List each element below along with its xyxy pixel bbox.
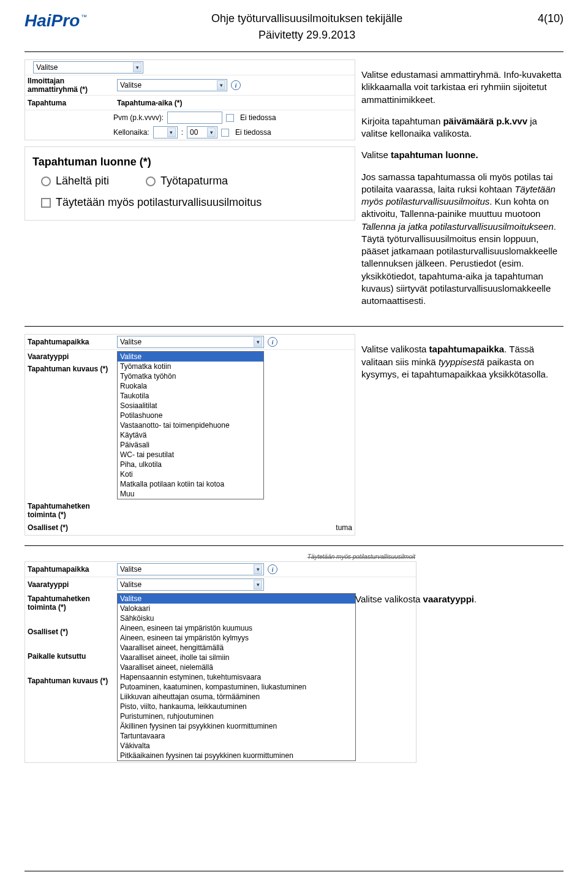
info-icon[interactable]: i	[268, 337, 277, 347]
dropdown-option[interactable]: Potilashuone	[118, 411, 263, 420]
dropdown-option[interactable]: WC- tai pesutilat	[118, 450, 263, 460]
dropdown-option[interactable]: Työmatka työhön	[118, 371, 263, 381]
instruction-p1: Valitse edustamasi ammattiryhmä. Info-ku…	[361, 69, 564, 106]
page-number: 4(10)	[527, 12, 564, 25]
chevron-down-icon: ▾	[167, 127, 176, 137]
label-tapahtuma-aika: Tapahtuma-aika (*)	[117, 99, 182, 107]
label-pvm: Pvm (p.k.vvvv):	[113, 113, 164, 122]
separator	[24, 326, 564, 327]
label-vaara: Vaaratyyppi	[28, 352, 113, 361]
dropdown-option[interactable]: Ruokala	[118, 381, 263, 391]
dropdown-option[interactable]: Putoaminen, kaatuminen, kompastuminen, l…	[118, 682, 355, 692]
panel-luonne: Tapahtuman luonne (*) Läheltä piti Työta…	[24, 146, 355, 221]
dropdown-option[interactable]: Sosiaalitilat	[118, 401, 263, 411]
select-minute[interactable]: 00▾	[187, 126, 217, 138]
label-kellonaika: Kellonaika:	[113, 128, 149, 137]
separator	[24, 545, 564, 546]
instruction-block-1: Valitse edustamasi ammattiryhmä. Info-ku…	[361, 59, 564, 316]
instruction-p3: Valitse tapahtuman luonne.	[361, 149, 564, 161]
logo-text: HaiPro	[24, 12, 80, 29]
instruction-p4: Jos samassa tapahtumassa oli myös potila…	[361, 171, 564, 308]
radio-tyotapaturma[interactable]: Työtapaturma	[146, 175, 228, 188]
radio-lahelta[interactable]: Läheltä piti	[41, 175, 109, 188]
info-icon[interactable]: i	[231, 80, 241, 90]
label-hetki: Tapahtumahetken toiminta (*)	[28, 502, 113, 519]
dropdown-option[interactable]: Väkivalta	[118, 741, 355, 751]
label-osalliset: Osalliset (*)	[28, 523, 113, 532]
dropdown-option[interactable]: Valokaari	[118, 604, 355, 613]
logo-tm: ™	[81, 13, 87, 20]
page-header: HaiPro ™ Ohje työturvallisuusilmoituksen…	[24, 12, 564, 42]
select-paikka3[interactable]: Valitse▾	[117, 563, 264, 575]
select-vaara3[interactable]: Valitse▾	[117, 578, 264, 591]
label-tapahtuma: Tapahtuma	[28, 99, 113, 107]
checkbox-eitiedossa-aika[interactable]	[221, 129, 229, 137]
form-tapahtumapaikka: Tapahtumapaikka Valitse▾ i Vaaratyyppi T…	[24, 334, 355, 536]
label-kuvaus: Tapahtuman kuvaus (*)	[28, 365, 113, 373]
chevron-down-icon: ▾	[254, 564, 262, 574]
dropdown-option[interactable]: Vaaralliset aineet, hengittämällä	[118, 643, 355, 653]
dropdown-option[interactable]: Muu	[118, 489, 263, 499]
dropdown-option[interactable]: Valitse	[118, 352, 263, 362]
label-vaara3: Vaaratyyppi	[28, 580, 113, 589]
dropdown-option[interactable]: Vaaralliset aineet, iholle tai silmiin	[118, 653, 355, 662]
chevron-down-icon: ▾	[207, 127, 216, 137]
select-valitse-top[interactable]: Valitse▾	[33, 61, 143, 74]
dropdown-option[interactable]: Vastaanotto- tai toimenpidehuone	[118, 420, 263, 430]
chevron-down-icon: ▾	[133, 63, 141, 72]
form-vaaratyyppi: Tapahtumapaikka Valitse▾ i Vaaratyyppi V…	[24, 561, 417, 763]
dropdown-option[interactable]: Matkalla potilaan kotiin tai kotoa	[118, 479, 263, 489]
dropdown-option[interactable]: Päiväsali	[118, 440, 263, 450]
dropdown-option[interactable]: Koti	[118, 469, 263, 479]
dropdown-option[interactable]: Käytävä	[118, 430, 263, 440]
dropdown-option[interactable]: Äkillinen fyysinen tai psyykkinen kuormi…	[118, 721, 355, 731]
select-paikka[interactable]: Valitse▾	[117, 336, 264, 348]
doc-title: Ohje työturvallisuusilmoituksen tekijäll…	[87, 12, 527, 25]
chevron-down-icon: ▾	[254, 337, 262, 347]
label-osalliset3: Osalliset (*)	[28, 627, 113, 636]
label-hetki3: Tapahtumahetken toiminta (*)	[28, 594, 113, 612]
dropdown-option[interactable]: Pisto, viilto, hankauma, leikkautuminen	[118, 702, 355, 711]
dropdown-option[interactable]: Puristuminen, ruhjoutuminen	[118, 711, 355, 721]
checkbox-potilasturv[interactable]: Täytetään myös potilasturvallisuusilmoit…	[32, 196, 347, 209]
dropdown-option[interactable]: Sähköisku	[118, 613, 355, 623]
truncated-text: tuma	[336, 523, 352, 532]
dropdown-paikka[interactable]: ValitseTyömatka kotiinTyömatka työhönRuo…	[117, 351, 264, 499]
chevron-down-icon: ▾	[254, 580, 262, 590]
info-icon[interactable]: i	[268, 564, 277, 574]
label-lahelta: Läheltä piti	[56, 175, 109, 187]
label-eitiedossa-2: Ei tiedossa	[235, 128, 271, 137]
input-pvm[interactable]	[167, 112, 222, 124]
checkbox-eitiedossa-pvm[interactable]	[226, 114, 234, 122]
label-kuvaus3: Tapahtuman kuvaus (*)	[28, 677, 113, 685]
instruction-p2: Kirjoita tapahtuman päivämäärä p.k.vvv j…	[361, 115, 564, 140]
separator	[24, 51, 564, 52]
dropdown-option[interactable]: Piha, ulkotila	[118, 460, 263, 469]
dropdown-vaara[interactable]: ValitseValokaariSähköiskuAineen, esineen…	[117, 593, 356, 761]
dropdown-option[interactable]: Hapensaannin estyminen, tukehtumisvaara	[118, 672, 355, 682]
label-potilasturv: Täytetään myös potilasturvallisuusilmoit…	[56, 196, 262, 208]
dropdown-option[interactable]: Liikkuvan aiheuttajan osuma, törmääminen	[118, 692, 355, 702]
dropdown-option[interactable]: Vaaralliset aineet, nielemällä	[118, 662, 355, 672]
overflow-text: Täytetään myös potilasturvallisuusilmoit	[24, 553, 417, 561]
instruction-block-2: Valitse valikosta tapahtumapaikka. Tässä…	[361, 334, 564, 536]
dropdown-option[interactable]: Aineen, esineen tai ympäristön kylmyys	[118, 633, 355, 643]
instruction-block-3: Valitse valikosta vaaratyyppi.	[355, 594, 477, 604]
label-kutsuttu3: Paikalle kutsuttu	[28, 652, 113, 661]
chevron-down-icon: ▾	[217, 80, 225, 90]
doc-updated: Päivitetty 29.9.2013	[87, 29, 527, 42]
label-eitiedossa-1: Ei tiedossa	[240, 113, 276, 122]
label-tyotapaturma: Työtapaturma	[160, 175, 228, 187]
dropdown-option[interactable]: Taukotila	[118, 391, 263, 401]
form-ilmoittaja: . Valitse▾ Ilmoittajan ammattiryhmä (*) …	[24, 59, 355, 140]
dropdown-option[interactable]: Valitse	[118, 594, 355, 604]
label-ammattiryhma: Ilmoittajan ammattiryhmä (*)	[28, 77, 113, 94]
label-paikka: Tapahtumapaikka	[28, 338, 113, 346]
logo: HaiPro ™	[24, 12, 87, 29]
dropdown-option[interactable]: Aineen, esineen tai ympäristön kuumuus	[118, 623, 355, 633]
select-ammattiryhma[interactable]: Valitse▾	[117, 79, 227, 91]
dropdown-option[interactable]: Työmatka kotiin	[118, 362, 263, 371]
select-hour[interactable]: ▾	[153, 126, 178, 138]
dropdown-option[interactable]: Pitkäaikainen fyysinen tai psyykkinen ku…	[118, 751, 355, 760]
dropdown-option[interactable]: Tartuntavaara	[118, 731, 355, 741]
